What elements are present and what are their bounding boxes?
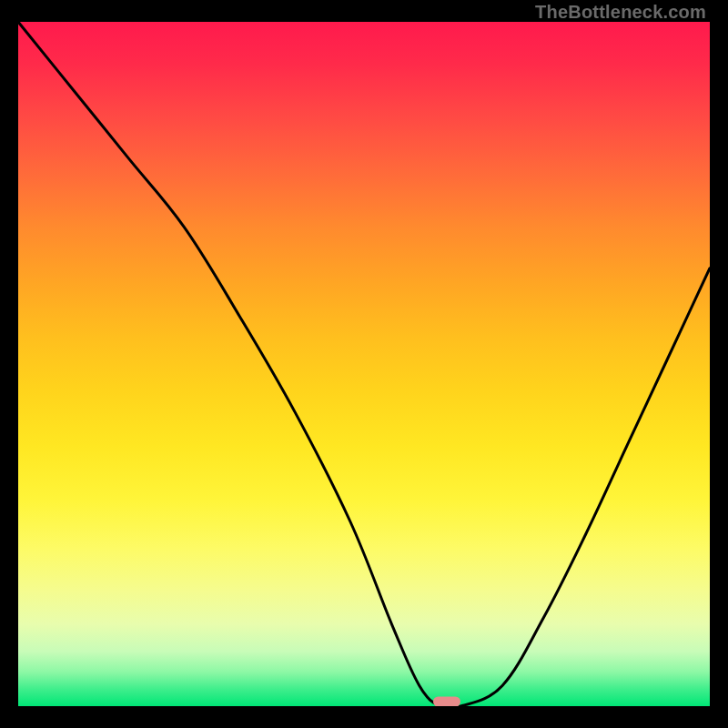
plot-area <box>18 22 710 706</box>
watermark-text: TheBottleneck.com <box>535 2 706 23</box>
bottleneck-curve <box>18 22 710 706</box>
optimum-marker <box>433 696 460 706</box>
chart-frame: TheBottleneck.com <box>0 0 728 728</box>
